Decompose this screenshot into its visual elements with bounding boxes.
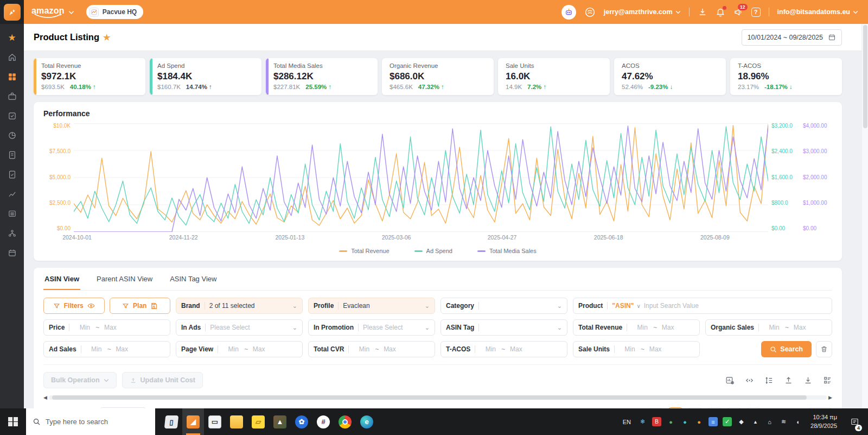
sync-icon[interactable] bbox=[584, 7, 596, 18]
total-cvr-filter[interactable]: Total CVR ~ bbox=[308, 341, 435, 357]
total-cvr-max-input[interactable] bbox=[379, 345, 400, 353]
help-icon[interactable]: ? bbox=[751, 8, 761, 17]
document-icon[interactable] bbox=[7, 150, 17, 160]
brand-filter[interactable]: Brand 2 of 11 selected ⌄ bbox=[176, 298, 303, 314]
pacvue-app-icon[interactable]: ◢ bbox=[182, 408, 204, 435]
kpi-card-t-acos[interactable]: T-ACOS 18.96% 23.17%-18.17% ↓ bbox=[730, 58, 842, 95]
price-max-input[interactable] bbox=[99, 324, 121, 331]
price-filter[interactable]: Price ~ bbox=[43, 319, 170, 336]
check-square-icon[interactable] bbox=[7, 111, 17, 121]
asin-tag-filter[interactable]: ASIN Tag ⌄ bbox=[441, 319, 567, 336]
scrollbar-track[interactable] bbox=[49, 395, 827, 400]
action-center-icon[interactable]: 4 bbox=[845, 408, 864, 435]
tab-parent-asin-view[interactable]: Parent ASIN View bbox=[95, 268, 154, 290]
taskbar-clock[interactable]: 10:34 πμ 28/9/2025 bbox=[807, 413, 840, 431]
row-height-icon[interactable] bbox=[764, 376, 774, 385]
plan-button[interactable]: Plan bbox=[110, 298, 171, 314]
kpi-card-total-revenue[interactable]: Total Revenue $972.1K $693.5K40.18% ↑ bbox=[34, 58, 145, 95]
tray-display-icon[interactable]: ⌂ bbox=[765, 417, 774, 426]
prev-page-button[interactable]: ‹ bbox=[648, 407, 663, 408]
tray-app-icon[interactable]: ● bbox=[680, 417, 690, 426]
ad-sales-filter[interactable]: Ad Sales ~ bbox=[43, 341, 170, 357]
in-ads-filter[interactable]: In Ads Please Select ⌄ bbox=[176, 319, 303, 336]
edge-icon[interactable]: e bbox=[356, 408, 378, 435]
bell-icon[interactable] bbox=[716, 7, 725, 17]
in-promotion-filter[interactable]: In Promotion Please Select ⌄ bbox=[308, 319, 435, 336]
table-horizontal-scrollbar[interactable]: ◀ ▶ bbox=[43, 395, 832, 400]
scroll-right-icon[interactable]: ▶ bbox=[828, 395, 832, 400]
kpi-card-total-media-sales[interactable]: Total Media Sales $286.12K $227.81K25.59… bbox=[266, 58, 378, 95]
apps-grid-icon[interactable] bbox=[7, 72, 17, 81]
tray-antivirus-icon[interactable]: B bbox=[652, 417, 661, 426]
scroll-left-icon[interactable]: ◀ bbox=[43, 395, 47, 400]
sale-units-min-input[interactable] bbox=[619, 345, 641, 353]
document-check-icon[interactable] bbox=[7, 169, 17, 179]
clear-filters-button[interactable] bbox=[816, 341, 832, 357]
organic-sales-max-input[interactable] bbox=[789, 324, 810, 331]
file-explorer-icon[interactable] bbox=[226, 408, 247, 435]
ad-sales-min-input[interactable] bbox=[86, 345, 107, 353]
page-button-4[interactable]: 4 bbox=[726, 407, 742, 408]
t-acos-max-input[interactable] bbox=[505, 345, 527, 353]
product-search-input[interactable] bbox=[644, 302, 827, 310]
page-size-select[interactable]: 50/page bbox=[99, 407, 146, 408]
tab-asin-view[interactable]: ASIN View bbox=[43, 268, 80, 290]
update-unit-cost-button[interactable]: Update Unit Cost bbox=[122, 372, 203, 388]
line-chart-icon[interactable] bbox=[7, 189, 17, 199]
kpi-card-acos[interactable]: ACOS 47.62% 52.46%-9.23% ↓ bbox=[614, 58, 726, 95]
profile-filter[interactable]: Profile Evaclean ⌄ bbox=[308, 298, 435, 314]
start-button[interactable] bbox=[0, 408, 26, 435]
notebook-app-icon[interactable]: ▯ bbox=[161, 408, 182, 435]
total-revenue-min-input[interactable] bbox=[631, 324, 653, 331]
page-button-3[interactable]: 3 bbox=[707, 407, 722, 408]
legend-ad-spend[interactable]: Ad Spend bbox=[414, 248, 452, 254]
date-range-picker[interactable]: 10/01/2024 ~ 09/28/2025 bbox=[742, 29, 842, 46]
sticky-notes-icon[interactable]: ▱ bbox=[247, 408, 269, 435]
scrollbar-thumb[interactable] bbox=[863, 25, 867, 128]
user-email-menu[interactable]: jerry@amzthrive.com bbox=[604, 8, 681, 16]
legend-total-media-sales[interactable]: Total Media Sales bbox=[477, 248, 537, 254]
organic-sales-filter[interactable]: Organic Sales ~ bbox=[705, 319, 832, 336]
page-button-1[interactable]: 1 bbox=[668, 407, 683, 408]
tray-snowflake-icon[interactable]: ❄ bbox=[638, 417, 647, 426]
photos-app-icon[interactable]: ▲ bbox=[269, 408, 291, 435]
tray-phone-icon[interactable]: ◆ bbox=[737, 417, 746, 426]
filters-button[interactable]: Filters bbox=[43, 298, 105, 314]
tray-network-icon[interactable]: ≋ bbox=[779, 417, 788, 426]
page-button-2[interactable]: 2 bbox=[687, 407, 703, 408]
marketplace-switcher[interactable]: amazon bbox=[31, 7, 65, 18]
chart-preview-icon[interactable] bbox=[725, 376, 735, 385]
taskbar-search[interactable]: Type here to search bbox=[26, 408, 155, 435]
ad-sales-max-input[interactable] bbox=[111, 345, 133, 353]
search-button[interactable]: Search bbox=[761, 341, 812, 357]
page-view-filter[interactable]: Page View ~ bbox=[176, 341, 303, 357]
page-vertical-scrollbar[interactable] bbox=[861, 24, 868, 408]
workspace-pill[interactable]: Pacvue HQ bbox=[86, 5, 143, 19]
megaphone-icon[interactable]: 12 bbox=[733, 7, 743, 17]
t-acos-min-input[interactable] bbox=[480, 345, 501, 353]
goto-page-input[interactable] bbox=[807, 407, 832, 408]
legend-total-revenue[interactable]: Total Revenue bbox=[339, 248, 389, 254]
tray-show-hidden-icon[interactable]: ▲ bbox=[751, 417, 760, 426]
tab-asin-tag-view[interactable]: ASIN Tag View bbox=[169, 268, 218, 290]
total-revenue-max-input[interactable] bbox=[657, 324, 679, 331]
chrome-icon[interactable] bbox=[334, 408, 356, 435]
page-view-max-input[interactable] bbox=[248, 345, 270, 353]
list-icon[interactable] bbox=[7, 209, 17, 218]
sale-units-filter[interactable]: Sale Units ~ bbox=[573, 341, 700, 357]
column-settings-icon[interactable] bbox=[823, 376, 832, 385]
next-page-button[interactable]: › bbox=[746, 407, 761, 408]
slack-icon[interactable]: # bbox=[312, 408, 334, 435]
kpi-card-ad-spend[interactable]: Ad Spend $184.4K $160.7K14.74% ↑ bbox=[150, 58, 261, 95]
total-cvr-min-input[interactable] bbox=[353, 345, 375, 353]
tray-volume-icon[interactable]: ◖ bbox=[793, 417, 802, 426]
kpi-card-sale-units[interactable]: Sale Units 16.0K 14.9K7.2% ↑ bbox=[498, 58, 610, 95]
scrollbar-thumb[interactable] bbox=[52, 395, 807, 400]
category-filter[interactable]: Category ⌄ bbox=[441, 298, 567, 314]
kpi-card-organic-revenue[interactable]: Organic Revenue $686.0K $465.6K47.32% ↑ bbox=[382, 58, 494, 95]
org-email-menu[interactable]: info@bitsandatoms.eu bbox=[777, 8, 858, 16]
sale-units-max-input[interactable] bbox=[644, 345, 666, 353]
tray-app-icon[interactable]: ≡ bbox=[709, 417, 718, 426]
product-filter[interactable]: Product "ASIN" ∨ bbox=[573, 298, 832, 314]
pie-chart-icon[interactable] bbox=[7, 130, 17, 140]
